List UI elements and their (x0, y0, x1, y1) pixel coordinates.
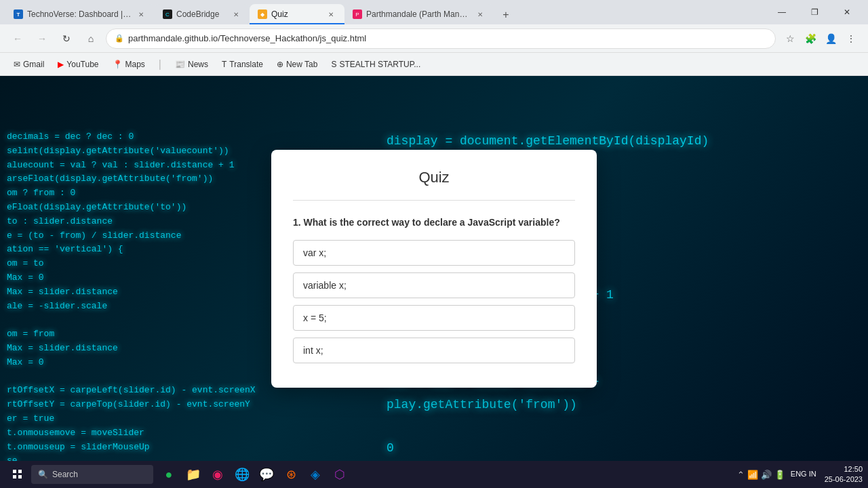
taskbar-right: ⌃ 📶 🔊 🔋 ENG IN 12:50 25-06-2023 (737, 464, 863, 485)
system-tray: ⌃ 📶 🔊 🔋 (737, 470, 785, 480)
system-clock: 12:50 25-06-2023 (825, 464, 863, 485)
option-2[interactable]: variable x; (293, 272, 575, 298)
date-display: 25-06-2023 (825, 474, 863, 485)
extensions-icon[interactable]: 🧩 (802, 30, 819, 47)
bookmark-gmail[interactable]: ✉ Gmail (8, 57, 50, 72)
gmail-icon: ✉ (14, 60, 20, 69)
close-button[interactable]: ✕ (831, 1, 863, 23)
option-1[interactable]: var x; (293, 240, 575, 266)
bookmark-news[interactable]: 📰 News (170, 57, 214, 72)
modal-overlay: Quiz 1. What is the correct way to decla… (0, 76, 868, 461)
refresh-button[interactable]: ↻ (57, 29, 76, 48)
lock-icon: 🔒 (115, 34, 124, 43)
menu-icon[interactable]: ⋮ (842, 30, 860, 47)
url-bar[interactable]: 🔒 parthmandale.github.io/Technoverse_Hac… (106, 28, 776, 49)
tray-network-icon[interactable]: 📶 (747, 470, 758, 480)
title-bar: T TechnoVerse: Dashboard | Devfc... ✕ C … (0, 0, 868, 24)
bookmark-stealth-label: STEALTH STARTUP... (339, 60, 420, 69)
option-4[interactable]: int x; (293, 338, 575, 363)
bookmark-maps[interactable]: 📍 Maps (107, 57, 151, 72)
start-button[interactable] (5, 463, 30, 486)
translate-icon: T (222, 60, 226, 69)
tab-title-3: Quiz (271, 9, 321, 19)
tab-title-4: Parthmandale (Parth Mandale) (366, 9, 471, 19)
search-icon: 🔍 (38, 470, 48, 479)
option-3[interactable]: x = 5; (293, 305, 575, 331)
bookmark-divider: | (153, 56, 167, 73)
quiz-modal: Quiz 1. What is the correct way to decla… (271, 150, 597, 388)
tab-technoverse[interactable]: T TechnoVerse: Dashboard | Devfc... ✕ (5, 4, 155, 24)
bookmark-newtab-label: New Tab (286, 60, 317, 69)
home-button[interactable]: ⌂ (81, 29, 100, 48)
tab-close-2[interactable]: ✕ (231, 9, 241, 20)
taskbar-vscode[interactable]: ◈ (304, 463, 327, 486)
taskbar-app6[interactable]: ⊛ (279, 463, 302, 486)
browser-chrome: T TechnoVerse: Dashboard | Devfc... ✕ C … (0, 0, 868, 76)
new-tab-button[interactable]: + (496, 5, 515, 24)
url-text: parthmandale.github.io/Technoverse_Hacka… (128, 33, 767, 43)
bookmarks-bar: ✉ Gmail ▶ YouTube 📍 Maps | 📰 News T Tran… (0, 53, 868, 76)
content-area: decimals = dec ? dec : 0 selint(display.… (0, 76, 868, 461)
modal-divider (293, 200, 575, 201)
taskbar-app3[interactable]: ◉ (206, 463, 229, 486)
address-bar: ← → ↻ ⌂ 🔒 parthmandale.github.io/Technov… (0, 24, 868, 53)
language-indicator: ENG IN (791, 469, 816, 479)
tray-arrow-icon[interactable]: ⌃ (737, 470, 745, 480)
tab-favicon-2: C (163, 9, 172, 19)
taskbar-search-label: Search (52, 470, 78, 479)
bookmark-news-label: News (188, 60, 208, 69)
bookmark-translate-label: Translate (229, 60, 263, 69)
bookmark-gmail-label: Gmail (23, 60, 44, 69)
taskbar-app8[interactable]: ⬡ (328, 463, 351, 486)
taskbar-spotify[interactable]: ● (157, 463, 180, 486)
tab-parthmandale[interactable]: P Parthmandale (Parth Mandale) ✕ (344, 4, 494, 24)
news-icon: 📰 (175, 60, 185, 69)
tab-close-3[interactable]: ✕ (326, 9, 336, 20)
tab-title-2: CodeBridge (176, 9, 226, 19)
taskbar-search[interactable]: 🔍 Search (31, 465, 153, 484)
address-actions: ☆ 🧩 👤 ⋮ (781, 30, 860, 47)
bookmark-maps-label: Maps (125, 60, 145, 69)
tray-volume-icon[interactable]: 🔊 (761, 470, 772, 480)
tab-title-1: TechnoVerse: Dashboard | Devfc... (27, 9, 132, 19)
taskbar-whatsapp[interactable]: 💬 (255, 463, 278, 486)
tab-quiz[interactable]: ◆ Quiz ✕ (250, 4, 344, 24)
minimize-button[interactable]: — (766, 1, 797, 23)
tab-favicon-3: ◆ (258, 9, 267, 19)
time-display: 12:50 (825, 464, 863, 474)
start-icon (13, 470, 22, 479)
tab-close-4[interactable]: ✕ (475, 9, 486, 20)
question-text: 1. What is the correct way to declare a … (293, 217, 575, 228)
taskbar-explorer[interactable]: 📁 (182, 463, 205, 486)
bookmark-youtube[interactable]: ▶ YouTube (52, 57, 104, 72)
stealth-icon: S (331, 60, 336, 69)
tab-favicon-1: T (14, 9, 23, 19)
tab-codebridge[interactable]: C CodeBridge ✕ (155, 4, 250, 24)
bookmark-translate[interactable]: T Translate (216, 57, 269, 72)
taskbar: 🔍 Search ● 📁 ◉ 🌐 💬 ⊛ ◈ ⬡ ⌃ 📶 🔊 🔋 ENG IN … (0, 461, 868, 488)
taskbar-apps: ● 📁 ◉ 🌐 💬 ⊛ ◈ ⬡ (157, 463, 351, 486)
back-button[interactable]: ← (8, 29, 27, 48)
bookmark-star-icon[interactable]: ☆ (781, 30, 799, 47)
bookmark-newtab[interactable]: ⊕ New Tab (271, 57, 323, 72)
maps-icon: 📍 (113, 60, 123, 69)
taskbar-chrome[interactable]: 🌐 (231, 463, 254, 486)
youtube-icon: ▶ (58, 60, 64, 69)
window-controls: — ❐ ✕ (766, 1, 863, 23)
modal-title: Quiz (293, 169, 575, 186)
bookmark-youtube-label: YouTube (66, 60, 98, 69)
maximize-button[interactable]: ❐ (799, 1, 830, 23)
bookmark-stealth[interactable]: S STEALTH STARTUP... (326, 57, 426, 72)
tray-battery-icon[interactable]: 🔋 (774, 470, 785, 480)
tab-favicon-4: P (353, 9, 362, 19)
profile-icon[interactable]: 👤 (822, 30, 840, 47)
forward-button[interactable]: → (33, 29, 52, 48)
newtab-icon: ⊕ (277, 60, 283, 69)
tab-close-1[interactable]: ✕ (136, 9, 146, 20)
tabs-container: T TechnoVerse: Dashboard | Devfc... ✕ C … (5, 0, 766, 24)
